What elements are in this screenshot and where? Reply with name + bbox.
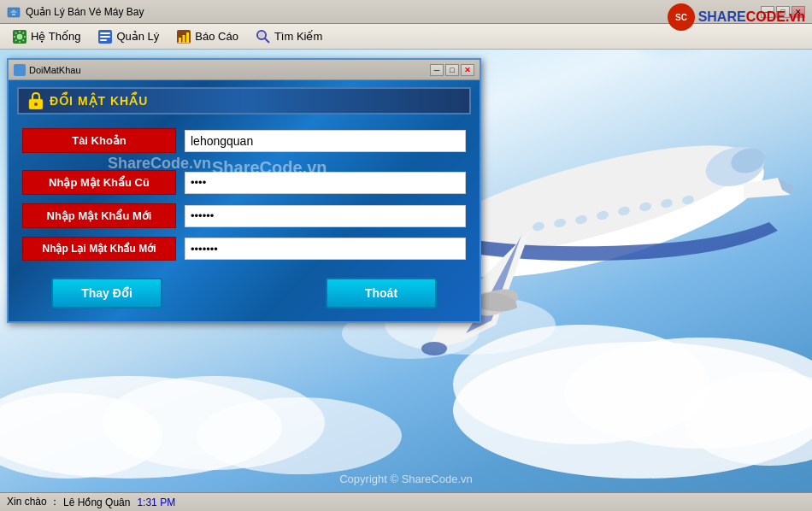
dialog-header: ĐỔI MẬT KHẨU <box>17 87 471 115</box>
menu-bao-cao-label: Báo Cáo <box>195 30 238 43</box>
dialog-title-bar: DoiMatKhau ─ □ ✕ <box>9 60 480 80</box>
status-greeting: Xin chào ： <box>7 495 60 509</box>
tim-kiem-icon <box>256 29 271 44</box>
status-username: Lê Hồng Quân <box>63 496 130 508</box>
dialog-doi-mat-khau: DoiMatKhau ─ □ ✕ ĐỔI MẬT KHẨU Tài Khoản … <box>7 58 481 323</box>
sharecode-logo-icon: SC <box>668 3 695 31</box>
svg-point-47 <box>259 32 264 38</box>
quan-ly-icon <box>97 29 113 44</box>
form-row-mat-khau-moi: Nhập Mật Khẩu Mới <box>22 203 466 228</box>
he-thong-icon <box>12 29 27 44</box>
form-row-nhap-lai-mat-khau-moi: Nhập Lại Mật Khẩu Mới <box>22 237 466 261</box>
svg-point-35 <box>17 34 22 39</box>
svg-line-46 <box>264 38 269 43</box>
bao-cao-icon <box>176 29 191 44</box>
dialog-header-icon <box>27 92 44 109</box>
input-tai-khoan[interactable] <box>185 130 466 152</box>
svg-rect-42 <box>183 35 185 43</box>
thoat-button[interactable]: Thoát <box>326 278 437 308</box>
form-row-tai-khoan: Tài Khoản <box>22 128 466 153</box>
svg-rect-37 <box>100 32 110 34</box>
input-mat-khau-moi[interactable] <box>185 205 466 227</box>
thay-doi-button[interactable]: Thay Đổi <box>51 278 162 308</box>
svg-rect-39 <box>100 39 107 41</box>
sharecode-logo: SC SHARECODE.vn <box>668 3 805 31</box>
input-nhap-lai-mat-khau-moi[interactable] <box>185 238 466 260</box>
dialog-controls: ─ □ ✕ <box>430 64 474 76</box>
menu-tim-kiem[interactable]: Tìm Kiếm <box>247 26 331 48</box>
app-title: Quản Lý Bán Vé Máy Bay <box>26 6 144 18</box>
button-row: Thay Đổi Thoát <box>9 264 480 308</box>
svg-rect-41 <box>179 38 181 43</box>
label-tai-khoan: Tài Khoản <box>22 128 176 153</box>
svg-rect-43 <box>186 32 189 43</box>
svg-text:SC: SC <box>675 13 687 22</box>
app-icon <box>7 5 21 19</box>
dialog-close[interactable]: ✕ <box>461 64 474 76</box>
svg-point-51 <box>34 103 38 106</box>
menu-quan-ly[interactable]: Quản Lý <box>89 26 168 48</box>
dialog-icon <box>14 64 26 76</box>
dialog-title: DoiMatKhau <box>29 65 81 75</box>
sharecode-logo-text: SHARECODE.vn <box>698 9 805 25</box>
input-mat-khau-cu[interactable] <box>185 172 466 194</box>
form-row-mat-khau-cu: Nhập Mật Khẩu Cũ <box>22 170 466 195</box>
menu-he-thong-label: Hệ Thống <box>31 30 80 43</box>
form-area: Tài Khoản ShareCode.vn Nhập Mật Khẩu Cũ … <box>9 125 480 264</box>
svg-rect-38 <box>100 36 110 38</box>
dialog-minimize[interactable]: ─ <box>430 64 444 76</box>
label-mat-khau-moi: Nhập Mật Khẩu Mới <box>22 203 176 228</box>
status-bar: Xin chào ： Lê Hồng Quân 1:31 PM <box>0 492 812 511</box>
label-nhap-lai-mat-khau-moi: Nhập Lại Mật Khẩu Mới <box>22 237 176 261</box>
status-time: 1:31 PM <box>137 496 175 508</box>
dialog-maximize[interactable]: □ <box>445 64 459 76</box>
menu-he-thong[interactable]: Hệ Thống <box>3 26 89 48</box>
menu-bao-cao[interactable]: Báo Cáo <box>168 26 247 48</box>
menu-tim-kiem-label: Tìm Kiếm <box>274 30 322 43</box>
dialog-header-text: ĐỔI MẬT KHẨU <box>50 94 148 108</box>
label-mat-khau-cu: Nhập Mật Khẩu Cũ <box>22 170 176 195</box>
menu-quan-ly-label: Quản Lý <box>116 30 159 43</box>
copyright: Copyright © ShareCode.vn <box>339 473 473 485</box>
